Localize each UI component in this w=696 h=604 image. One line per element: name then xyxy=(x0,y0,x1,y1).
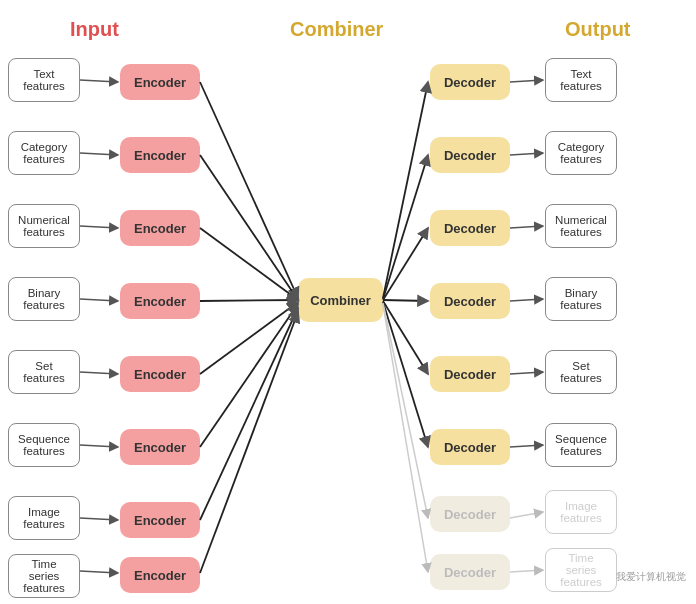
decoder-2: Decoder xyxy=(430,137,510,173)
arrow-dec6-out6 xyxy=(510,445,543,447)
arrow-enc3-combiner xyxy=(200,228,298,300)
arrow-enc6-combiner xyxy=(200,304,298,447)
decoder-1: Decoder xyxy=(430,64,510,100)
title-combiner: Combiner xyxy=(290,18,383,41)
arrow-dec8-out8 xyxy=(510,570,543,572)
decoder-3: Decoder xyxy=(430,210,510,246)
watermark: 我爱计算机视觉 xyxy=(616,570,686,584)
input-text-features: Text features xyxy=(8,58,80,102)
arrow-input1-encoder1 xyxy=(80,80,118,82)
output-image-features: Image features xyxy=(545,490,617,534)
arrow-dec2-out2 xyxy=(510,153,543,155)
input-timeseries-features: Time series features xyxy=(8,554,80,598)
arrow-dec4-out4 xyxy=(510,299,543,301)
arrow-combiner-dec3 xyxy=(383,228,428,300)
arrow-combiner-dec6 xyxy=(383,302,428,447)
output-text-features: Text features xyxy=(545,58,617,102)
arrow-input5-encoder5 xyxy=(80,372,118,374)
encoder-2: Encoder xyxy=(120,137,200,173)
input-numerical-features: Numerical features xyxy=(8,204,80,248)
arrow-input6-encoder6 xyxy=(80,445,118,447)
arrow-combiner-dec8 xyxy=(383,305,428,572)
input-category-features: Category features xyxy=(8,131,80,175)
arrow-combiner-dec1 xyxy=(383,82,428,298)
arrow-input2-encoder2 xyxy=(80,153,118,155)
output-timeseries-features: Time series features xyxy=(545,548,617,592)
combiner-box: Combiner xyxy=(298,278,383,322)
input-image-features: Image features xyxy=(8,496,80,540)
arrow-dec5-out5 xyxy=(510,372,543,374)
arrow-input4-encoder4 xyxy=(80,299,118,301)
decoder-8: Decoder xyxy=(430,554,510,590)
arrow-dec1-out1 xyxy=(510,80,543,82)
arrow-enc7-combiner xyxy=(200,308,298,520)
output-sequence-features: Sequence features xyxy=(545,423,617,467)
input-sequence-features: Sequence features xyxy=(8,423,80,467)
output-category-features: Category features xyxy=(545,131,617,175)
arrow-enc1-combiner xyxy=(200,82,298,298)
encoder-7: Encoder xyxy=(120,502,200,538)
decoder-7: Decoder xyxy=(430,496,510,532)
arrow-combiner-dec5 xyxy=(383,301,428,374)
arrow-input7-encoder7 xyxy=(80,518,118,520)
arrow-input3-encoder3 xyxy=(80,226,118,228)
title-input: Input xyxy=(70,18,119,41)
arrow-enc2-combiner xyxy=(200,155,298,300)
encoder-1: Encoder xyxy=(120,64,200,100)
arrow-dec7-out7 xyxy=(510,512,543,518)
encoder-5: Encoder xyxy=(120,356,200,392)
encoder-6: Encoder xyxy=(120,429,200,465)
encoder-8: Encoder xyxy=(120,557,200,593)
title-output: Output xyxy=(565,18,631,41)
arrow-combiner-dec4 xyxy=(383,300,428,301)
input-set-features: Set features xyxy=(8,350,80,394)
arrow-combiner-dec2 xyxy=(383,155,428,299)
decoder-6: Decoder xyxy=(430,429,510,465)
arrow-enc5-combiner xyxy=(200,302,298,374)
output-numerical-features: Numerical features xyxy=(545,204,617,248)
decoder-4: Decoder xyxy=(430,283,510,319)
arrow-input8-encoder8 xyxy=(80,571,118,573)
arrow-dec3-out3 xyxy=(510,226,543,228)
arrow-enc8-combiner xyxy=(200,312,298,573)
output-set-features: Set features xyxy=(545,350,617,394)
encoder-3: Encoder xyxy=(120,210,200,246)
diagram: Input Combiner Output Text features Enco… xyxy=(0,0,696,604)
input-binary-features: Binary features xyxy=(8,277,80,321)
arrow-combiner-dec7 xyxy=(383,303,428,518)
decoder-5: Decoder xyxy=(430,356,510,392)
arrow-enc4-combiner xyxy=(200,300,298,301)
output-binary-features: Binary features xyxy=(545,277,617,321)
encoder-4: Encoder xyxy=(120,283,200,319)
